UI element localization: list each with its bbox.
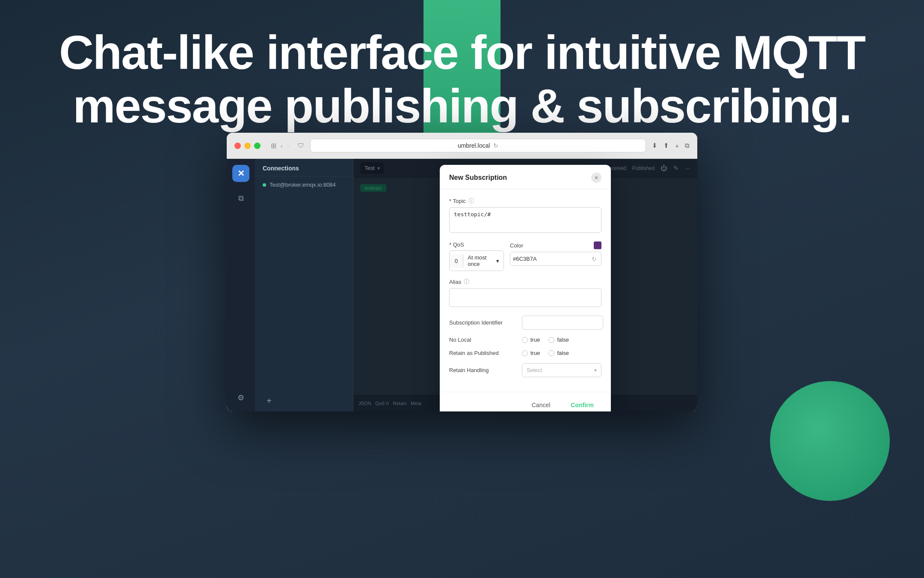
modal-close-button[interactable]: × <box>591 173 601 183</box>
modal-title: New Subscription <box>449 174 507 182</box>
forward-icon[interactable]: › <box>287 142 289 149</box>
alias-field-group: Alias ⓘ <box>449 278 601 309</box>
retain-handling-placeholder: Select <box>527 367 542 373</box>
connection-name: Test@broker.emqx.io:8084 <box>270 182 336 188</box>
sub-id-label: Subscription Identifier <box>449 319 518 326</box>
qos-select[interactable]: 0 At most once ▾ <box>449 250 504 271</box>
radio-retain-true-circle <box>522 350 528 356</box>
back-icon[interactable]: ‹ <box>281 142 283 149</box>
sidebar-toggle-icon[interactable]: ⊞ <box>271 142 276 150</box>
browser-window: ⊞ ‹ › 🛡 umbrel.local ↻ ⬇ ⬆ + ⧉ ✕ ⧉ ⚙ <box>227 133 697 411</box>
no-local-label: No Local <box>449 337 518 343</box>
color-label-text: Color <box>510 241 601 249</box>
reload-icon[interactable]: ↻ <box>493 142 498 149</box>
traffic-lights <box>234 143 261 149</box>
radio-retain-false-circle <box>548 350 554 356</box>
qos-text: At most once <box>468 254 496 267</box>
retain-as-pub-true-radio[interactable]: true <box>522 350 540 356</box>
connections-header: Connections <box>255 159 353 176</box>
sub-id-row: Subscription Identifier <box>449 316 601 330</box>
connection-item[interactable]: Test@broker.emqx.io:8084 <box>255 176 353 193</box>
radio-true-circle <box>522 337 528 343</box>
sidebar-icon-settings[interactable]: ⚙ <box>233 390 249 405</box>
retain-as-pub-field-group: Retain as Published true false <box>449 350 601 356</box>
connection-status-dot <box>263 183 266 187</box>
retain-as-pub-row: Retain as Published true false <box>449 350 601 356</box>
qos-color-row: * QoS 0 At most once ▾ <box>449 241 601 271</box>
retain-as-pub-false-radio[interactable]: false <box>548 350 569 356</box>
download-icon[interactable]: ⬇ <box>652 142 657 149</box>
alias-label: Alias ⓘ <box>449 278 601 286</box>
retain-handling-label: Retain Handling <box>449 367 518 373</box>
retain-as-pub-true-label: true <box>530 350 540 356</box>
cancel-button[interactable]: Cancel <box>524 398 558 411</box>
minimize-button[interactable] <box>244 143 251 149</box>
topic-info-icon[interactable]: ⓘ <box>468 197 474 205</box>
no-local-field-group: No Local true false <box>449 337 601 343</box>
retain-as-pub-false-label: false <box>557 350 569 356</box>
retain-handling-arrow-icon: ▾ <box>594 367 597 373</box>
sidebar: ✕ ⧉ ⚙ <box>227 159 255 411</box>
maximize-button[interactable] <box>254 143 261 149</box>
no-local-row: No Local true false <box>449 337 601 343</box>
headline-text: Chat-like interface for intuitive MQTT m… <box>0 26 924 133</box>
modal-footer: Cancel Confirm <box>440 392 611 411</box>
alias-input[interactable] <box>449 288 601 307</box>
qos-label-text: * QoS <box>449 241 504 248</box>
green-circle-decoration <box>770 381 890 501</box>
new-tab-icon[interactable]: + <box>675 142 679 149</box>
no-local-true-radio[interactable]: true <box>522 337 540 343</box>
no-local-true-label: true <box>530 337 540 343</box>
address-bar[interactable]: umbrel.local ↻ <box>310 139 646 152</box>
tabs-icon[interactable]: ⧉ <box>685 142 690 149</box>
retain-as-pub-label: Retain as Published <box>449 350 518 356</box>
app-body: ✕ ⧉ ⚙ Connections Test@broker.emqx.io:80… <box>227 159 697 411</box>
sub-id-input[interactable] <box>522 316 603 330</box>
retain-handling-select[interactable]: Select ▾ <box>522 363 601 377</box>
modal-overlay: New Subscription × * Topic ⓘ <box>353 159 697 411</box>
topic-input[interactable] <box>449 207 601 233</box>
radio-false-circle <box>548 337 554 343</box>
modal-body: * Topic ⓘ * QoS <box>440 189 611 392</box>
main-area: Test ▾ All Received Published ⏻ ✎ ··· te… <box>353 159 697 411</box>
browser-chrome: ⊞ ‹ › 🛡 umbrel.local ↻ ⬇ ⬆ + ⧉ <box>227 133 697 159</box>
retain-handling-field-group: Retain Handling Select ▾ <box>449 363 601 377</box>
connections-panel: Connections Test@broker.emqx.io:8084 + <box>255 159 353 411</box>
app-logo: ✕ <box>232 165 249 182</box>
color-preview-swatch <box>594 241 601 249</box>
qos-section: * QoS 0 At most once ▾ <box>449 241 504 271</box>
confirm-button[interactable]: Confirm <box>563 398 601 411</box>
qos-arrow-icon: ▾ <box>496 258 499 264</box>
retain-handling-row: Retain Handling Select ▾ <box>449 363 601 377</box>
browser-right-icons: ⬇ ⬆ + ⧉ <box>652 142 690 149</box>
qos-dropdown-button[interactable]: At most once ▾ <box>463 251 503 271</box>
close-button[interactable] <box>234 143 241 149</box>
modal-header: New Subscription × <box>440 165 611 189</box>
sub-id-field-group: Subscription Identifier <box>449 316 601 330</box>
color-section: Color ↻ <box>510 241 601 271</box>
address-text: umbrel.local <box>458 142 490 149</box>
color-refresh-icon[interactable]: ↻ <box>587 256 601 262</box>
topic-label: * Topic ⓘ <box>449 197 601 205</box>
qos-number: 0 <box>450 254 463 268</box>
new-subscription-modal: New Subscription × * Topic ⓘ <box>440 165 611 411</box>
color-picker-row[interactable]: ↻ <box>510 252 601 266</box>
no-local-false-label: false <box>557 337 569 343</box>
color-hex-input[interactable] <box>510 252 587 265</box>
no-local-false-radio[interactable]: false <box>548 337 569 343</box>
nav-icons: ⊞ ‹ › <box>271 142 289 150</box>
add-connection-button[interactable]: + <box>263 394 275 407</box>
share-icon[interactable]: ⬆ <box>663 142 669 149</box>
sidebar-icon-copy[interactable]: ⧉ <box>233 191 249 206</box>
shield-icon: 🛡 <box>298 142 304 149</box>
alias-info-icon[interactable]: ⓘ <box>464 278 469 286</box>
topic-field-group: * Topic ⓘ <box>449 197 601 235</box>
